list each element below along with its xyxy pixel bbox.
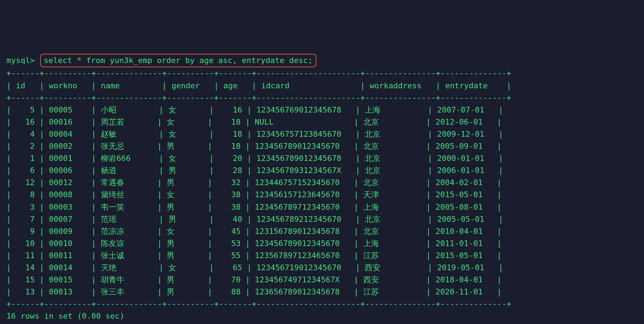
mysql-terminal: mysql> select * from yun3k_emp order by … xyxy=(6,54,638,322)
table-header-row: | id | workno | name | gender | age | id… xyxy=(6,81,511,90)
table-header-border: +------+----------+--------------+------… xyxy=(6,93,511,102)
table-body: | 5 | 00005 | 小昭 | 女 | 16 | 123456769012… xyxy=(6,105,503,296)
table-top-border: +------+----------+--------------+------… xyxy=(6,69,511,78)
table-bottom-border: +------+----------+--------------+------… xyxy=(6,299,511,308)
sql-query-highlight: select * from yun3k_emp order by age asc… xyxy=(40,54,316,67)
result-footer: 16 rows in set (0.00 sec) xyxy=(6,312,124,320)
mysql-prompt: mysql> xyxy=(6,56,35,65)
